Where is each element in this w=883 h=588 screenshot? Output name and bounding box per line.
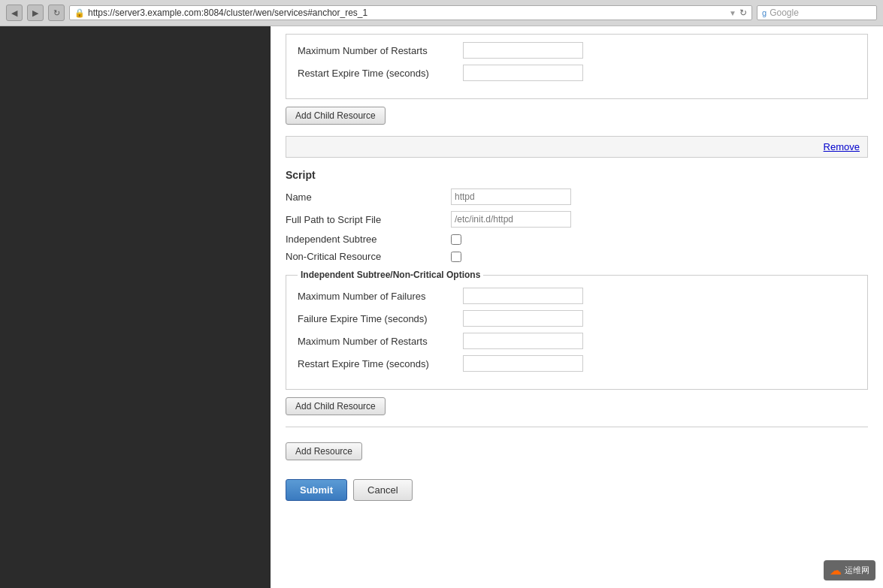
add-resource-container: Add Resource — [286, 435, 868, 468]
form-row-max-restarts-top: Maximum Number of Restarts — [298, 42, 856, 59]
input-name[interactable] — [451, 188, 571, 205]
back-button[interactable]: ◀ — [6, 5, 23, 21]
add-child-resource-button-top[interactable]: Add Child Resource — [286, 107, 386, 125]
dropdown-arrow[interactable]: ▼ — [729, 9, 736, 17]
input-restart-expire[interactable] — [463, 355, 583, 372]
url-text: https://server3.example.com:8084/cluster… — [88, 8, 726, 18]
form-row-max-failures: Maximum Number of Failures — [298, 288, 856, 304]
page-area: Maximum Number of Restarts Restart Expir… — [271, 26, 883, 588]
form-row-max-restarts: Maximum Number of Restarts — [298, 333, 856, 349]
input-failure-expire[interactable] — [463, 310, 583, 327]
input-restart-expire-top[interactable] — [463, 65, 583, 81]
section-divider — [286, 427, 868, 427]
main-content: Maximum Number of Restarts Restart Expir… — [0, 26, 883, 588]
remove-link[interactable]: Remove — [824, 141, 860, 152]
options-legend: Independent Subtree/Non-Critical Options — [298, 270, 483, 280]
add-resource-button[interactable]: Add Resource — [286, 442, 362, 460]
add-child-container-bottom: Add Child Resource — [286, 397, 868, 415]
label-max-failures: Maximum Number of Failures — [298, 291, 463, 302]
checkbox-independent-subtree[interactable] — [451, 234, 461, 245]
lock-icon: 🔒 — [74, 8, 85, 18]
label-restart-expire: Restart Expire Time (seconds) — [298, 358, 463, 369]
label-non-critical: Non-Critical Resource — [286, 251, 451, 262]
label-max-restarts: Maximum Number of Restarts — [298, 336, 463, 347]
add-child-container-top: Add Child Resource — [286, 107, 868, 125]
cancel-button[interactable]: Cancel — [353, 479, 412, 501]
form-row-failure-expire: Failure Expire Time (seconds) — [298, 310, 856, 327]
options-fieldset: Independent Subtree/Non-Critical Options… — [286, 270, 868, 390]
label-failure-expire: Failure Expire Time (seconds) — [298, 313, 463, 324]
script-section-heading: Script — [286, 169, 868, 181]
label-independent-subtree: Independent Subtree — [286, 234, 451, 245]
add-child-resource-button-bottom[interactable]: Add Child Resource — [286, 397, 386, 415]
label-restart-expire-top: Restart Expire Time (seconds) — [298, 68, 463, 79]
input-full-path[interactable] — [451, 211, 571, 228]
form-row-independent-subtree: Independent Subtree — [286, 234, 868, 245]
forward-button[interactable]: ▶ — [27, 5, 44, 21]
form-row-restart-expire-top: Restart Expire Time (seconds) — [298, 65, 856, 81]
refresh-icon[interactable]: ↻ — [739, 8, 747, 18]
input-max-restarts-top[interactable] — [463, 42, 583, 59]
watermark: ☁ 运维网 — [824, 560, 875, 580]
address-bar[interactable]: 🔒 https://server3.example.com:8084/clust… — [69, 5, 752, 20]
reload-button[interactable]: ↻ — [48, 5, 65, 21]
label-full-path: Full Path to Script File — [286, 214, 451, 225]
search-bar[interactable]: g Google — [757, 5, 877, 20]
search-placeholder: Google — [770, 8, 799, 18]
submit-button[interactable]: Submit — [286, 479, 347, 501]
input-max-restarts[interactable] — [463, 333, 583, 349]
form-row-full-path: Full Path to Script File — [286, 211, 868, 228]
input-max-failures[interactable] — [463, 288, 583, 304]
form-row-non-critical: Non-Critical Resource — [286, 251, 868, 262]
form-row-name: Name — [286, 188, 868, 205]
bottom-buttons: Submit Cancel — [286, 479, 868, 516]
form-row-restart-expire: Restart Expire Time (seconds) — [298, 355, 856, 372]
browser-chrome: ◀ ▶ ↻ 🔒 https://server3.example.com:8084… — [0, 0, 883, 26]
search-provider-icon: g — [762, 8, 767, 17]
watermark-icon: ☁ — [830, 563, 842, 577]
remove-bar: Remove — [286, 136, 868, 158]
label-name: Name — [286, 191, 451, 203]
top-section: Maximum Number of Restarts Restart Expir… — [271, 34, 883, 523]
checkbox-non-critical[interactable] — [451, 252, 461, 262]
script-form: Name Full Path to Script File Independen… — [286, 188, 868, 262]
label-max-restarts-top: Maximum Number of Restarts — [298, 45, 463, 56]
watermark-text: 运维网 — [845, 565, 869, 576]
left-sidebar — [0, 26, 271, 588]
top-form-box: Maximum Number of Restarts Restart Expir… — [286, 34, 868, 99]
